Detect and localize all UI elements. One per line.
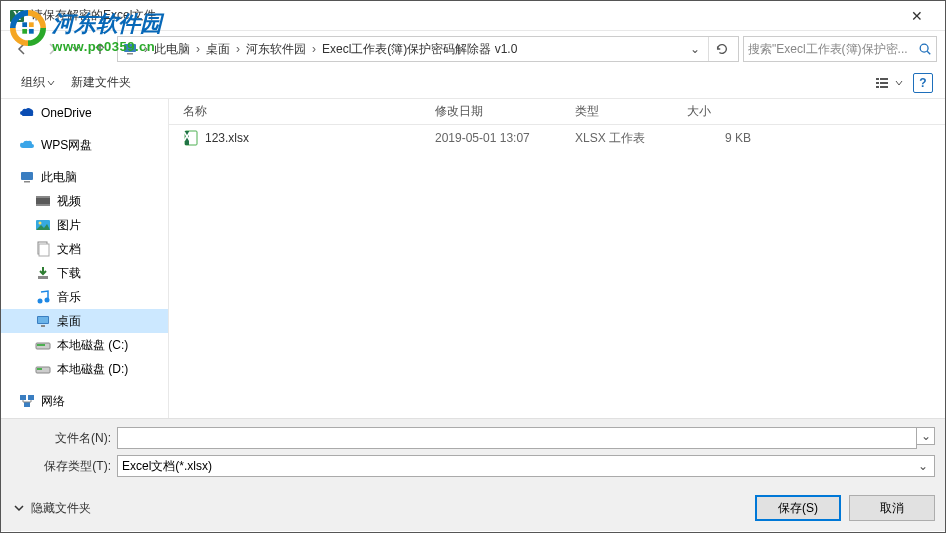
file-size: 9 KB	[679, 131, 759, 145]
navigation-sidebar: OneDrive WPS网盘 此电脑 视频 图片 文档	[1, 99, 169, 418]
svg-text:X: X	[13, 9, 21, 23]
breadcrumb-segment[interactable]: 桌面	[202, 41, 234, 58]
breadcrumb-bar[interactable]: › 此电脑 › 桌面 › 河东软件园 › Execl工作表(簿)保护密码解除器 …	[117, 36, 739, 62]
sidebar-item-label: 音乐	[57, 289, 81, 306]
sidebar-item-onedrive[interactable]: OneDrive	[1, 101, 168, 125]
sidebar-item-network[interactable]: 网络	[1, 389, 168, 413]
documents-icon	[35, 241, 51, 257]
sidebar-item-wps[interactable]: WPS网盘	[1, 133, 168, 157]
title-bar: X 请保存解密的Excel文件 ✕	[1, 1, 945, 31]
search-placeholder: 搜索"Execl工作表(簿)保护密...	[748, 41, 908, 58]
svg-rect-10	[876, 78, 879, 80]
svg-rect-20	[36, 204, 50, 206]
save-form-area: 文件名(N): ⌄ 保存类型(T): Excel文档(*.xlsx) ⌄ 隐藏文…	[1, 418, 945, 531]
svg-rect-32	[37, 344, 45, 346]
cancel-button[interactable]: 取消	[849, 495, 935, 521]
breadcrumb-segment[interactable]: 此电脑	[150, 41, 194, 58]
sidebar-item-label: 文档	[57, 241, 81, 258]
nav-back-button[interactable]	[9, 36, 35, 62]
file-row[interactable]: X 123.xlsx 2019-05-01 13:07 XLSX 工作表 9 K…	[169, 125, 945, 151]
column-header-date[interactable]: 修改日期	[427, 103, 567, 120]
svg-rect-15	[880, 86, 888, 88]
onedrive-icon	[19, 105, 35, 121]
svg-point-27	[45, 298, 50, 303]
svg-rect-30	[41, 325, 45, 327]
chevron-right-icon[interactable]: ›	[194, 42, 202, 56]
sidebar-item-label: 视频	[57, 193, 81, 210]
sidebar-item-drive-d[interactable]: 本地磁盘 (D:)	[1, 357, 168, 381]
app-icon: X	[9, 8, 25, 24]
music-icon	[35, 289, 51, 305]
svg-line-9	[927, 51, 930, 54]
sidebar-item-label: 本地磁盘 (C:)	[57, 337, 128, 354]
svg-rect-24	[39, 244, 49, 256]
save-button[interactable]: 保存(S)	[755, 495, 841, 521]
view-options-button[interactable]	[873, 74, 905, 92]
sidebar-item-thispc[interactable]: 此电脑	[1, 165, 168, 189]
refresh-button[interactable]	[708, 37, 734, 61]
svg-point-8	[920, 44, 928, 52]
chevron-down-icon	[895, 79, 903, 87]
close-button[interactable]: ✕	[897, 2, 937, 30]
filetype-select[interactable]: Excel文档(*.xlsx) ⌄	[117, 455, 935, 477]
sidebar-item-music[interactable]: 音乐	[1, 285, 168, 309]
toolbar: 组织 新建文件夹 ?	[1, 67, 945, 99]
column-header-name[interactable]: 名称	[169, 103, 427, 120]
column-header-type[interactable]: 类型	[567, 103, 679, 120]
main-area: OneDrive WPS网盘 此电脑 视频 图片 文档	[1, 99, 945, 418]
search-input[interactable]: 搜索"Execl工作表(簿)保护密...	[743, 36, 937, 62]
chevron-down-icon	[47, 79, 55, 87]
new-folder-button[interactable]: 新建文件夹	[63, 70, 139, 95]
sidebar-item-desktop[interactable]: 桌面	[1, 309, 168, 333]
pc-icon	[19, 169, 35, 185]
sidebar-item-label: 本地磁盘 (D:)	[57, 361, 128, 378]
column-header-size[interactable]: 大小	[679, 103, 759, 120]
drive-icon	[35, 361, 51, 377]
filename-history-dropdown[interactable]: ⌄	[917, 427, 935, 445]
chevron-right-icon[interactable]: ›	[142, 42, 150, 56]
file-type: XLSX 工作表	[567, 130, 679, 147]
nav-forward-button	[39, 36, 65, 62]
recent-locations-dropdown[interactable]	[69, 44, 83, 54]
breadcrumb-segment[interactable]: Execl工作表(簿)保护密码解除器 v1.0	[318, 41, 521, 58]
sidebar-item-label: 下载	[57, 265, 81, 282]
svg-point-26	[38, 299, 43, 304]
address-bar-row: › 此电脑 › 桌面 › 河东软件园 › Execl工作表(簿)保护密码解除器 …	[1, 31, 945, 67]
organize-button[interactable]: 组织	[13, 70, 63, 95]
svg-rect-14	[876, 86, 879, 88]
breadcrumb-segment[interactable]: 河东软件园	[242, 41, 310, 58]
pictures-icon	[35, 217, 51, 233]
sidebar-item-drive-c[interactable]: 本地磁盘 (C:)	[1, 333, 168, 357]
desktop-icon	[35, 313, 51, 329]
filename-label: 文件名(N):	[11, 430, 117, 447]
drive-icon	[35, 337, 51, 353]
sidebar-item-label: 图片	[57, 217, 81, 234]
sidebar-item-label: 桌面	[57, 313, 81, 330]
breadcrumb-dropdown[interactable]: ⌄	[684, 42, 706, 56]
sidebar-item-label: WPS网盘	[41, 137, 92, 154]
chevron-right-icon[interactable]: ›	[234, 42, 242, 56]
help-button[interactable]: ?	[913, 73, 933, 93]
sidebar-item-pictures[interactable]: 图片	[1, 213, 168, 237]
window-title: 请保存解密的Excel文件	[31, 7, 897, 24]
sidebar-item-label: 此电脑	[41, 169, 77, 186]
svg-point-22	[39, 222, 42, 225]
video-icon	[35, 193, 51, 209]
sidebar-item-documents[interactable]: 文档	[1, 237, 168, 261]
download-icon	[35, 265, 51, 281]
svg-rect-6	[124, 44, 136, 52]
search-icon[interactable]	[918, 42, 932, 56]
svg-rect-29	[38, 317, 48, 323]
filename-input[interactable]	[117, 427, 917, 449]
svg-rect-34	[37, 368, 42, 370]
svg-rect-11	[880, 78, 888, 80]
sidebar-item-video[interactable]: 视频	[1, 189, 168, 213]
file-list: 名称 修改日期 类型 大小 X 123.xlsx 2019-05-01 13:0…	[169, 99, 945, 418]
hide-folders-button[interactable]: 隐藏文件夹	[11, 500, 91, 517]
svg-rect-35	[20, 395, 26, 400]
wps-cloud-icon	[19, 137, 35, 153]
sidebar-item-downloads[interactable]: 下载	[1, 261, 168, 285]
network-icon	[19, 393, 35, 409]
chevron-right-icon[interactable]: ›	[310, 42, 318, 56]
nav-up-button[interactable]	[87, 36, 113, 62]
